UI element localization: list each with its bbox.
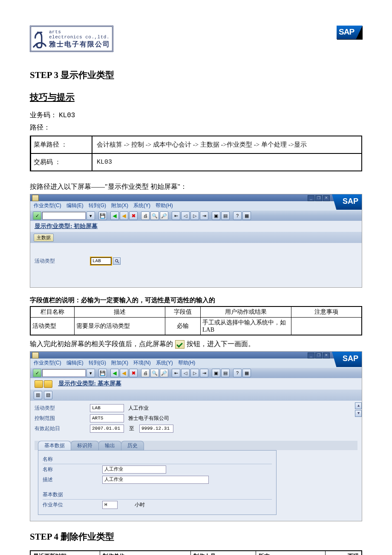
shortcut-icon[interactable]: ▤ [221,211,230,220]
help-icon[interactable]: ? [233,369,242,377]
minimize-icon[interactable]: _ [308,195,314,201]
name-field[interactable]: 人工作业 [102,465,166,474]
last-page-icon[interactable]: ⇥ [200,211,208,220]
sap-screen-title: 显示作业类型: 基本屏幕 [30,378,362,390]
exit-icon[interactable]: ◀ [120,369,128,377]
field-explain-title: 字段值栏的说明：必输为一定要输入的，可选性是可选性的输入的 [30,296,362,304]
cancel-icon[interactable]: ✖ [129,211,138,220]
find-icon[interactable]: 🔍 [150,369,159,377]
close-icon[interactable]: ✕ [323,353,330,358]
help-icon[interactable]: ? [233,211,242,220]
logo-cn: 雅士电子有限公司 [49,40,112,48]
biz-code-line: 业务码： KL03 [30,111,362,120]
overview-icon[interactable]: ▧ [44,391,52,399]
tab-history[interactable]: 历史 [121,441,144,450]
scroll-down-icon[interactable]: ▾ [355,410,362,417]
sap-toolbar: ✓ ▾ 💾 ◀ ◀ ✖ 🖨 🔍 🔎 ⇤ ◁ ▷ ⇥ ▣ ▤ ? ▦ [30,211,362,221]
find-next-icon[interactable]: 🔎 [160,369,168,377]
last-page-icon[interactable]: ⇥ [200,369,208,377]
tab-basic-data[interactable]: 基本数据 [38,441,71,450]
first-page-icon[interactable]: ⇤ [172,369,180,377]
system-menu-icon[interactable] [32,195,39,201]
print-icon[interactable]: 🖨 [141,211,150,220]
drilldown-icon[interactable]: ▥ [34,391,42,399]
tab-identifier[interactable]: 标识符 [71,441,99,450]
main-data-button[interactable]: 主数据 [34,234,54,242]
back-icon[interactable]: ◀ [110,211,119,220]
layout-icon[interactable]: ▦ [242,211,251,220]
sap-toolbar: ✓ ▾ 💾 ◀ ◀ ✖ 🖨 🔍 🔎 ⇤ ◁ ▷ ⇥ ▣ ▤ ? ▦ [30,368,362,378]
command-field[interactable] [42,212,86,220]
section-basic-data: 基本数据 [43,491,272,500]
page-header: arts electronics co.,ltd. 雅士电子有限公司 SAP [30,26,362,52]
layout-icon[interactable]: ▦ [242,369,251,377]
tcode-label: 交易码 ： [31,153,92,171]
close-icon[interactable]: ✕ [323,195,330,201]
sap-screen-title: 显示作业类型: 初始屏幕 [30,221,362,232]
enter-icon[interactable]: ✓ [33,369,41,377]
nav-prev-icon[interactable] [35,380,43,388]
path-table: 菜单路径 ： 会计核算 -> 控制 -> 成本中心会计 -> 主数据 ->作业类… [30,136,362,171]
valid-to-field[interactable]: 9999.12.31 [139,425,173,433]
control-area-field[interactable]: ARTS [90,414,124,422]
enter-screen-note: 按路径进入以下屏幕——"显示作业类型 初始屏幕"： [30,182,362,191]
search-help-icon[interactable] [113,257,121,265]
company-logo: arts electronics co.,ltd. 雅士电子有限公司 [30,26,113,52]
maximize-icon[interactable]: ❐ [315,353,322,358]
valid-from-field[interactable]: 2007.01.01 [90,425,124,433]
logo-en-line1: arts [49,29,112,35]
step4-heading: STEP 4 删除作业类型 [30,531,362,543]
next-page-icon[interactable]: ▷ [190,211,199,220]
back-icon[interactable]: ◀ [110,369,119,377]
find-next-icon[interactable]: 🔎 [160,211,168,220]
detail-tabs: 基本数据 标识符 输出 历史 [35,441,357,450]
command-field[interactable] [42,369,86,377]
footer-table: 最近更新时间: 制作单位 制作人员 版本 页码 2007-05-15 2007/… [30,550,362,555]
maximize-icon[interactable]: ❐ [315,195,322,201]
exit-icon[interactable]: ◀ [120,211,128,220]
find-icon[interactable]: 🔍 [150,211,159,220]
svg-point-0 [115,260,118,262]
field-explain-table: 栏目名称 描述 字段值 用户动作或结果 注意事项 活动类型 需要显示的活动类型 … [30,306,362,335]
tab-output[interactable]: 输出 [98,441,121,450]
after-input-note: 输入完此初始屏幕的相关字段值后，点此屏幕的 按钮，进入下一画面。 [30,340,362,349]
path-label: 路径： [30,123,362,132]
activity-type-label: 活动类型 [35,257,90,265]
sap-logo: SAP [337,26,362,39]
svg-line-1 [117,262,118,263]
print-icon[interactable]: 🖨 [141,369,150,377]
new-session-icon[interactable]: ▣ [212,211,220,220]
new-session-icon[interactable]: ▣ [212,369,220,377]
dropdown-icon[interactable]: ▾ [86,211,95,220]
nav-next-icon[interactable] [44,380,52,388]
tcode-value: KL03 [92,153,362,171]
scroll-up-icon[interactable]: ▴ [355,402,362,409]
menu-path-value: 会计核算 -> 控制 -> 成本中心会计 -> 主数据 ->作业类型 -> 单个… [92,136,362,153]
logo-en-line2: electronics co.,ltd. [49,35,112,40]
unit-field[interactable]: H [102,501,118,509]
system-menu-icon[interactable] [32,352,39,358]
save-icon[interactable]: 💾 [98,211,107,220]
activity-type-input[interactable]: LAB [90,257,112,266]
enter-icon[interactable]: ✓ [33,211,41,220]
tips-heading: 技巧与提示 [30,91,362,103]
sap-menubar[interactable]: 作业类型(C)编辑(E)转到(G)附加(X)系统(Y)帮助(H) [30,201,362,211]
sap-menubar[interactable]: 作业类型(C)编辑(E)转到(G)附加(X)环境(N)系统(Y)帮助(H) [30,358,362,368]
dropdown-icon[interactable]: ▾ [86,369,95,377]
prev-page-icon[interactable]: ◁ [181,369,190,377]
check-icon [175,340,184,349]
next-page-icon[interactable]: ▷ [190,369,199,377]
shortcut-icon[interactable]: ▤ [221,369,230,377]
sap-screenshot-basic: SAP _ ❐ ✕ 作业类型(C)编辑(E)转到(G)附加(X)环境(N)系统(… [30,351,362,521]
sap-app-logo: SAP [332,352,362,367]
desc-field[interactable]: 人工作业 [102,476,209,484]
section-name: 名称 [43,456,272,464]
prev-page-icon[interactable]: ◁ [181,211,190,220]
minimize-icon[interactable]: _ [308,353,314,358]
sap-app-logo: SAP [332,194,362,210]
save-icon[interactable]: 💾 [98,369,107,377]
step3-heading: STEP 3 显示作业类型 [30,69,362,81]
cancel-icon[interactable]: ✖ [129,369,138,377]
first-page-icon[interactable]: ⇤ [172,211,180,220]
activity-type-field[interactable]: LAB [90,404,124,412]
